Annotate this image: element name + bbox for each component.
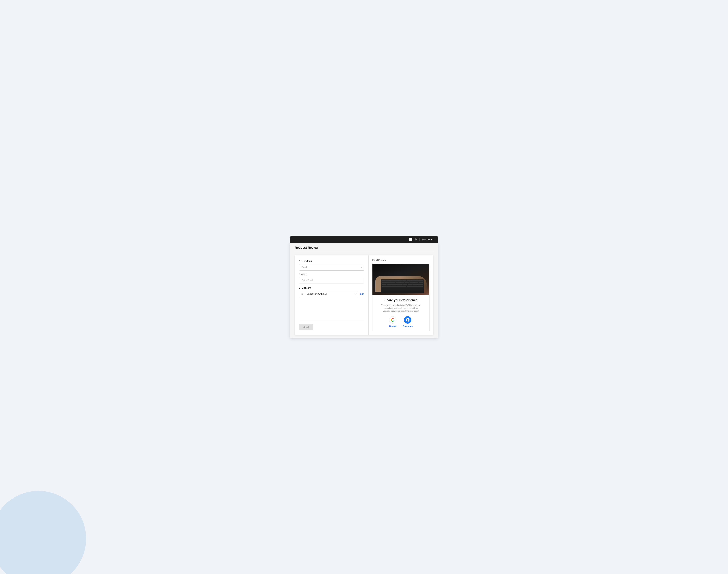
form-panel: 1. Send via Email SMS 2. Send to [295,255,369,335]
app-content: Request Review 1. Send via Email SMS [290,243,438,338]
preview-title: Email Preview [372,259,429,261]
facebook-icon [404,316,411,324]
email-subtext: Thank you for your business! We'd love t… [381,304,421,313]
top-navbar: ⚙ Your name [290,236,438,243]
email-preview-card: Share your experience Thank you for your… [372,264,429,331]
user-menu[interactable]: Your name [422,238,435,241]
send-button[interactable]: Send [299,324,313,330]
nav-icons: ⚙ [409,238,417,241]
send-via-section: 1. Send via Email SMS [299,260,364,271]
laptop-illustration [372,264,429,295]
form-footer: Send [299,321,364,330]
background-circle [0,491,86,574]
content-row: ✉ Request Review Email Edit [299,291,364,297]
preview-panel: Email Preview [369,255,433,335]
send-via-wrapper: Email SMS [299,264,364,271]
google-review-site[interactable]: Google [389,316,397,327]
template-chevron [355,294,356,294]
send-to-section: 2. Send to [299,274,364,283]
email-hero-image [372,264,429,295]
email-input[interactable] [299,277,364,283]
facebook-review-site[interactable]: Facebook [403,316,413,327]
send-via-title: 1. Send via [299,260,364,262]
page-wrapper: ⚙ Your name Request Review 1. Send via E… [290,236,438,338]
edit-template-link[interactable]: Edit [360,293,364,295]
content-title: 3. Content [299,287,364,289]
user-menu-chevron [433,239,435,240]
keyboard-area [381,279,424,293]
send-to-label: 2. Send to [299,274,364,276]
email-body: Share your experience Thank you for your… [372,295,429,331]
template-selector[interactable]: ✉ Request Review Email [299,291,358,297]
grid-icon[interactable] [409,238,412,241]
facebook-label: Facebook [403,325,413,327]
content-section: 3. Content ✉ Request Review Email Edit [299,287,364,297]
email-headline: Share your experience [375,298,426,302]
send-via-select[interactable]: Email SMS [299,264,364,271]
review-sites: Google Facebook [375,316,426,327]
template-name: Request Review Email [305,293,353,295]
google-label: Google [389,325,397,327]
email-template-icon: ✉ [302,292,304,295]
google-icon [389,316,397,324]
page-title: Request Review [295,246,433,249]
main-card: 1. Send via Email SMS 2. Send to [295,255,433,335]
settings-icon[interactable]: ⚙ [414,238,417,241]
user-name-label: Your name [422,238,432,241]
